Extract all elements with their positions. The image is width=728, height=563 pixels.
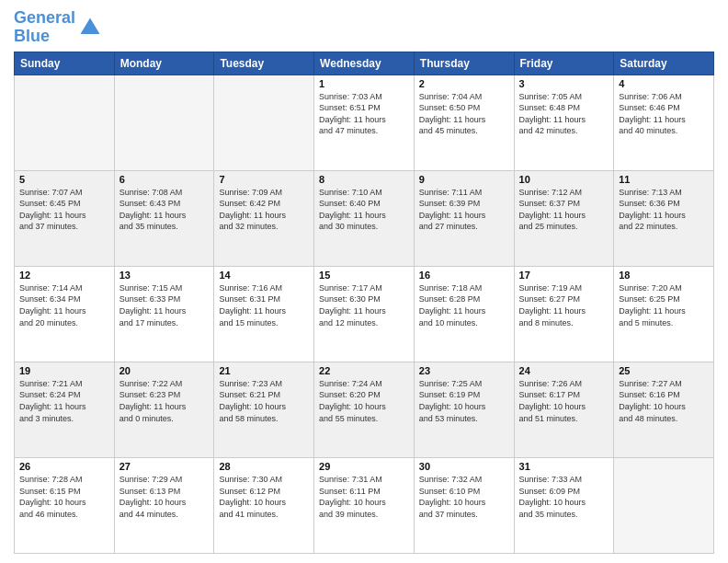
day-info: Sunrise: 7:13 AM Sunset: 6:36 PM Dayligh… xyxy=(619,187,709,233)
day-info: Sunrise: 7:16 AM Sunset: 6:31 PM Dayligh… xyxy=(219,282,309,328)
day-number: 24 xyxy=(519,365,609,376)
day-number: 23 xyxy=(419,365,509,376)
calendar-cell: 21Sunrise: 7:23 AM Sunset: 6:21 PM Dayli… xyxy=(214,362,314,457)
day-info: Sunrise: 7:07 AM Sunset: 6:45 PM Dayligh… xyxy=(19,187,109,233)
calendar-cell: 23Sunrise: 7:25 AM Sunset: 6:19 PM Dayli… xyxy=(414,362,514,457)
calendar-cell: 18Sunrise: 7:20 AM Sunset: 6:25 PM Dayli… xyxy=(614,266,714,362)
logo: General Blue xyxy=(14,9,103,46)
weekday-header: Wednesday xyxy=(314,52,415,75)
day-info: Sunrise: 7:19 AM Sunset: 6:27 PM Dayligh… xyxy=(519,282,609,328)
day-info: Sunrise: 7:09 AM Sunset: 6:42 PM Dayligh… xyxy=(219,187,309,233)
calendar-cell: 29Sunrise: 7:31 AM Sunset: 6:11 PM Dayli… xyxy=(314,457,415,553)
day-number: 1 xyxy=(319,78,409,89)
calendar-cell: 5Sunrise: 7:07 AM Sunset: 6:45 PM Daylig… xyxy=(15,170,115,266)
day-number: 15 xyxy=(319,270,409,281)
calendar-cell: 19Sunrise: 7:21 AM Sunset: 6:24 PM Dayli… xyxy=(15,362,115,457)
day-number: 31 xyxy=(519,461,609,472)
day-number: 17 xyxy=(519,270,609,281)
day-number: 16 xyxy=(419,270,509,281)
calendar-cell: 31Sunrise: 7:33 AM Sunset: 6:09 PM Dayli… xyxy=(514,457,614,553)
calendar-cell: 20Sunrise: 7:22 AM Sunset: 6:23 PM Dayli… xyxy=(114,362,214,457)
page: General Blue SundayMondayTuesdayWednesda… xyxy=(0,0,728,563)
weekday-header: Saturday xyxy=(614,52,714,75)
day-number: 28 xyxy=(219,461,309,472)
day-info: Sunrise: 7:21 AM Sunset: 6:24 PM Dayligh… xyxy=(19,378,109,424)
day-info: Sunrise: 7:04 AM Sunset: 6:50 PM Dayligh… xyxy=(419,91,509,137)
day-number: 27 xyxy=(119,461,210,472)
calendar-cell: 6Sunrise: 7:08 AM Sunset: 6:43 PM Daylig… xyxy=(114,170,214,266)
day-number: 9 xyxy=(419,174,509,185)
day-info: Sunrise: 7:30 AM Sunset: 6:12 PM Dayligh… xyxy=(219,474,309,520)
day-number: 26 xyxy=(19,461,109,472)
day-info: Sunrise: 7:08 AM Sunset: 6:43 PM Dayligh… xyxy=(119,187,210,233)
calendar-cell: 8Sunrise: 7:10 AM Sunset: 6:40 PM Daylig… xyxy=(314,170,415,266)
day-number: 12 xyxy=(19,270,109,281)
day-info: Sunrise: 7:12 AM Sunset: 6:37 PM Dayligh… xyxy=(519,187,609,233)
calendar-cell: 3Sunrise: 7:05 AM Sunset: 6:48 PM Daylig… xyxy=(514,75,614,170)
day-info: Sunrise: 7:27 AM Sunset: 6:16 PM Dayligh… xyxy=(619,378,709,424)
calendar-cell: 28Sunrise: 7:30 AM Sunset: 6:12 PM Dayli… xyxy=(214,457,314,553)
day-number: 13 xyxy=(119,270,210,281)
day-number: 30 xyxy=(419,461,509,472)
day-info: Sunrise: 7:20 AM Sunset: 6:25 PM Dayligh… xyxy=(619,282,709,328)
day-info: Sunrise: 7:29 AM Sunset: 6:13 PM Dayligh… xyxy=(119,474,210,520)
calendar-cell: 22Sunrise: 7:24 AM Sunset: 6:20 PM Dayli… xyxy=(314,362,415,457)
calendar-cell: 16Sunrise: 7:18 AM Sunset: 6:28 PM Dayli… xyxy=(414,266,514,362)
calendar-cell: 11Sunrise: 7:13 AM Sunset: 6:36 PM Dayli… xyxy=(614,170,714,266)
day-info: Sunrise: 7:10 AM Sunset: 6:40 PM Dayligh… xyxy=(319,187,409,233)
weekday-header: Sunday xyxy=(15,52,115,75)
calendar-week: 12Sunrise: 7:14 AM Sunset: 6:34 PM Dayli… xyxy=(15,266,714,362)
calendar-cell xyxy=(214,75,314,170)
calendar-cell: 9Sunrise: 7:11 AM Sunset: 6:39 PM Daylig… xyxy=(414,170,514,266)
day-number: 21 xyxy=(219,365,309,376)
calendar-cell: 14Sunrise: 7:16 AM Sunset: 6:31 PM Dayli… xyxy=(214,266,314,362)
calendar-week: 26Sunrise: 7:28 AM Sunset: 6:15 PM Dayli… xyxy=(15,457,714,553)
calendar-cell: 30Sunrise: 7:32 AM Sunset: 6:10 PM Dayli… xyxy=(414,457,514,553)
calendar-cell: 4Sunrise: 7:06 AM Sunset: 6:46 PM Daylig… xyxy=(614,75,714,170)
calendar-week: 5Sunrise: 7:07 AM Sunset: 6:45 PM Daylig… xyxy=(15,170,714,266)
day-info: Sunrise: 7:24 AM Sunset: 6:20 PM Dayligh… xyxy=(319,378,409,424)
weekday-header: Thursday xyxy=(414,52,514,75)
day-info: Sunrise: 7:15 AM Sunset: 6:33 PM Dayligh… xyxy=(119,282,210,328)
day-number: 5 xyxy=(19,174,109,185)
calendar-cell: 10Sunrise: 7:12 AM Sunset: 6:37 PM Dayli… xyxy=(514,170,614,266)
day-number: 25 xyxy=(619,365,709,376)
day-info: Sunrise: 7:14 AM Sunset: 6:34 PM Dayligh… xyxy=(19,282,109,328)
day-number: 29 xyxy=(319,461,409,472)
day-info: Sunrise: 7:18 AM Sunset: 6:28 PM Dayligh… xyxy=(419,282,509,328)
day-number: 6 xyxy=(119,174,210,185)
day-info: Sunrise: 7:06 AM Sunset: 6:46 PM Dayligh… xyxy=(619,91,709,137)
calendar-cell: 25Sunrise: 7:27 AM Sunset: 6:16 PM Dayli… xyxy=(614,362,714,457)
calendar-cell xyxy=(114,75,214,170)
calendar-week: 1Sunrise: 7:03 AM Sunset: 6:51 PM Daylig… xyxy=(15,75,714,170)
day-number: 8 xyxy=(319,174,409,185)
day-info: Sunrise: 7:05 AM Sunset: 6:48 PM Dayligh… xyxy=(519,91,609,137)
logo-icon xyxy=(77,15,103,40)
day-info: Sunrise: 7:33 AM Sunset: 6:09 PM Dayligh… xyxy=(519,474,609,520)
day-number: 18 xyxy=(619,270,709,281)
day-info: Sunrise: 7:28 AM Sunset: 6:15 PM Dayligh… xyxy=(19,474,109,520)
day-info: Sunrise: 7:23 AM Sunset: 6:21 PM Dayligh… xyxy=(219,378,309,424)
calendar-cell: 26Sunrise: 7:28 AM Sunset: 6:15 PM Dayli… xyxy=(15,457,115,553)
calendar-cell: 1Sunrise: 7:03 AM Sunset: 6:51 PM Daylig… xyxy=(314,75,415,170)
day-number: 4 xyxy=(619,78,709,89)
header: General Blue xyxy=(14,9,714,46)
calendar-week: 19Sunrise: 7:21 AM Sunset: 6:24 PM Dayli… xyxy=(15,362,714,457)
day-info: Sunrise: 7:03 AM Sunset: 6:51 PM Dayligh… xyxy=(319,91,409,137)
day-info: Sunrise: 7:31 AM Sunset: 6:11 PM Dayligh… xyxy=(319,474,409,520)
day-number: 19 xyxy=(19,365,109,376)
day-number: 11 xyxy=(619,174,709,185)
calendar-cell: 12Sunrise: 7:14 AM Sunset: 6:34 PM Dayli… xyxy=(15,266,115,362)
day-number: 22 xyxy=(319,365,409,376)
day-number: 7 xyxy=(219,174,309,185)
calendar-table: SundayMondayTuesdayWednesdayThursdayFrid… xyxy=(14,52,714,554)
logo-text: General Blue xyxy=(14,9,75,46)
day-info: Sunrise: 7:32 AM Sunset: 6:10 PM Dayligh… xyxy=(419,474,509,520)
calendar-cell: 27Sunrise: 7:29 AM Sunset: 6:13 PM Dayli… xyxy=(114,457,214,553)
day-info: Sunrise: 7:22 AM Sunset: 6:23 PM Dayligh… xyxy=(119,378,210,424)
day-number: 10 xyxy=(519,174,609,185)
weekday-header: Monday xyxy=(114,52,214,75)
day-number: 14 xyxy=(219,270,309,281)
logo-general: General xyxy=(14,8,75,27)
svg-marker-0 xyxy=(81,17,100,34)
